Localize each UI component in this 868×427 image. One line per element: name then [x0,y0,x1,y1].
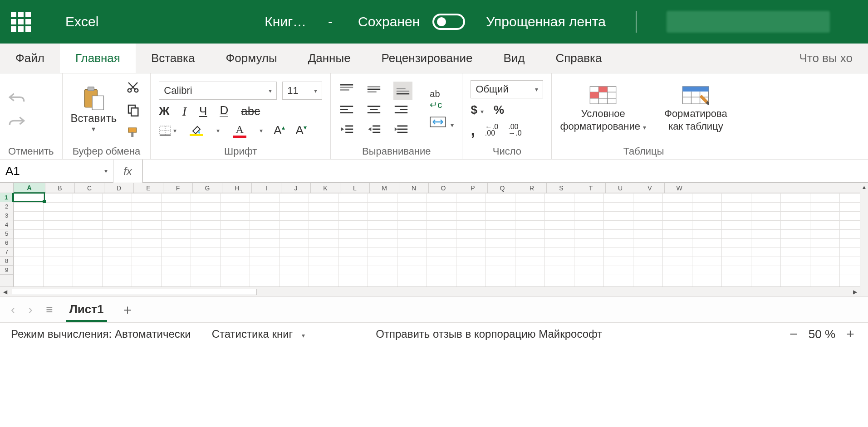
cells-area[interactable] [14,193,860,286]
shrink-font-button[interactable]: A▾ [296,123,307,137]
sheet-next-icon[interactable]: › [29,303,33,317]
copy-button[interactable] [124,101,142,119]
chevron-down-icon[interactable]: ▾ [216,127,220,134]
align-center-button[interactable] [366,104,382,119]
font-name-dropdown[interactable]: Calibri ▾ [159,82,277,100]
column-header[interactable]: W [665,183,694,193]
underline-button[interactable]: Ч [199,104,207,118]
conditional-formatting-button[interactable]: Условное форматирование ▾ [560,86,646,134]
column-header[interactable]: E [134,183,163,193]
column-header[interactable]: D [104,183,134,193]
column-header[interactable]: B [45,183,75,193]
calc-mode-label[interactable]: Режим вычисления: Автоматически [11,328,191,340]
column-header[interactable]: H [222,183,252,193]
all-sheets-icon[interactable]: ≡ [46,303,52,317]
align-left-button[interactable] [339,104,354,119]
format-as-table-button[interactable]: Форматирова как таблицу [664,86,727,133]
column-header[interactable]: G [193,183,222,193]
select-all-corner[interactable] [0,183,14,193]
row-header[interactable]: 6 [0,238,13,247]
strikethrough-button[interactable]: abc [241,104,260,118]
horizontal-scrollbar[interactable]: ◀ ▶ [0,286,860,296]
app-name[interactable]: Excel [65,14,98,29]
font-color-button[interactable]: A [230,123,249,138]
zoom-out-button[interactable]: − [787,326,800,342]
chevron-down-icon[interactable]: ▾ [260,127,263,134]
column-header[interactable]: S [547,183,576,193]
sheet-tab-active[interactable]: Лист1 [66,298,108,322]
bold-button[interactable]: Ж [159,104,170,118]
column-header[interactable]: L [340,183,370,193]
app-launcher-icon[interactable] [11,12,31,32]
align-middle-button[interactable] [366,83,382,98]
document-title[interactable]: Книг… [265,14,306,29]
tab-help[interactable]: Справка [540,44,617,73]
column-header[interactable]: I [252,183,281,193]
scroll-right-icon[interactable]: ▶ [850,289,860,295]
column-header[interactable]: J [281,183,311,193]
column-header[interactable]: P [458,183,488,193]
grow-font-button[interactable]: A▴ [274,123,284,137]
fx-icon[interactable]: fx [113,160,142,183]
decrease-decimal-button[interactable]: .00→.0 [508,124,521,136]
merge-cells-button[interactable]: ▾ [430,116,454,130]
chevron-down-icon[interactable]: ▾ [92,125,95,133]
paste-button[interactable]: Вставить ▾ [71,86,117,133]
tab-insert[interactable]: Вставка [136,44,211,73]
zoom-in-button[interactable]: + [843,326,857,342]
scroll-left-icon[interactable]: ◀ [0,289,10,295]
scroll-up-icon[interactable]: ▲ [862,184,867,190]
font-size-dropdown[interactable]: 11 ▾ [282,82,322,100]
increase-indent-button[interactable] [366,123,382,138]
align-bottom-button[interactable] [393,82,412,100]
tab-view[interactable]: Вид [488,44,540,73]
active-cell[interactable] [13,193,45,202]
decrease-indent-button[interactable] [339,123,354,138]
feedback-link[interactable]: Отправить отзыв в корпорацию Майкрософт [376,328,602,340]
wrap-text-button[interactable]: ab↵c [430,89,454,110]
column-header[interactable]: A [14,183,45,193]
column-header[interactable]: C [75,183,104,193]
hscroll-thumb[interactable] [12,289,257,295]
tab-data[interactable]: Данные [293,44,366,73]
formula-input[interactable] [142,160,868,183]
row-header[interactable]: 9 [0,266,13,275]
fill-color-button[interactable] [187,125,206,136]
column-header[interactable]: V [635,183,665,193]
column-header[interactable]: F [163,183,193,193]
fill-handle[interactable] [43,200,46,203]
comma-style-button[interactable]: , [471,121,475,139]
tell-me-search[interactable]: Что вы хо [784,44,868,73]
sheet-prev-icon[interactable]: ‹ [11,303,15,317]
column-header[interactable]: O [429,183,458,193]
row-header[interactable]: 8 [0,257,13,266]
column-header[interactable]: N [399,183,429,193]
cut-button[interactable] [124,78,142,96]
percent-button[interactable]: % [494,103,504,117]
row-header[interactable]: 3 [0,211,13,220]
tab-review[interactable]: Рецензирование [366,44,488,73]
simplified-ribbon-toggle[interactable] [432,14,465,30]
double-underline-button[interactable]: D [220,106,228,116]
row-header[interactable]: 4 [0,220,13,229]
column-header[interactable]: M [370,183,399,193]
italic-button[interactable]: I [182,104,186,119]
column-header[interactable]: Q [488,183,517,193]
tab-home[interactable]: Главная [60,44,136,73]
column-header[interactable]: U [606,183,635,193]
align-right-button[interactable] [393,104,409,119]
borders-button[interactable]: ▾ [159,126,177,136]
number-format-dropdown[interactable]: Общий ▾ [471,80,543,98]
column-header[interactable]: R [517,183,547,193]
name-box[interactable]: A1 ▾ [0,160,113,183]
increase-decimal-button[interactable]: ←.0.00 [485,124,498,136]
vertical-scrollbar[interactable]: ▲ [860,183,868,296]
align-top-button[interactable] [339,83,354,98]
zoom-level[interactable]: 50 % [809,327,835,341]
rtl-text-button[interactable] [393,123,409,138]
undo-button[interactable] [8,91,25,105]
currency-button[interactable]: $ ▾ [471,103,484,117]
workbook-stats[interactable]: Статистика книг ▾ [212,328,305,340]
add-sheet-button[interactable]: ＋ [121,301,134,319]
row-header[interactable]: 1 [0,193,13,202]
